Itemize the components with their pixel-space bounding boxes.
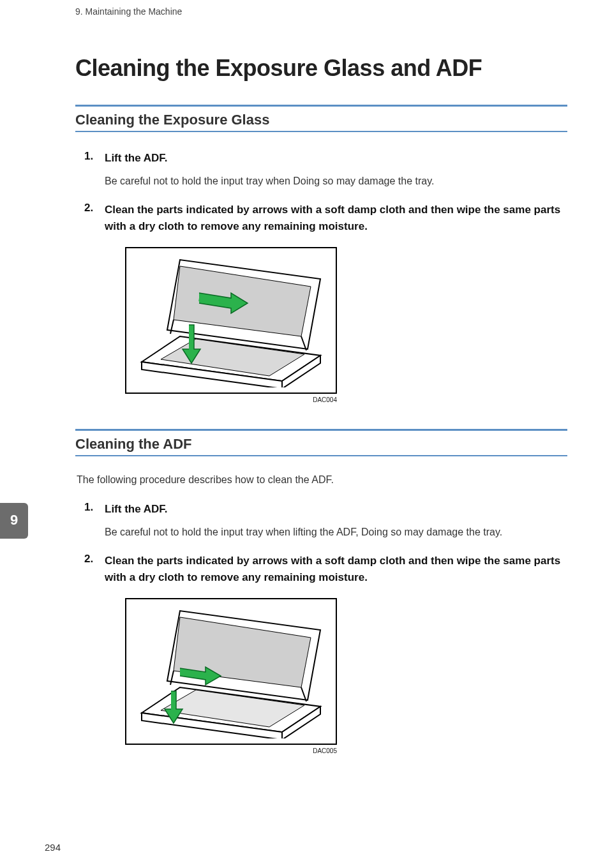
figure-caption: DAC005: [125, 747, 337, 754]
step-head: Clean the parts indicated by arrows with…: [105, 202, 567, 234]
section-rule: [75, 131, 567, 132]
section-rule: [75, 105, 567, 107]
section-rule: [75, 429, 567, 431]
step-list: Lift the ADF. Be careful not to hold the…: [84, 501, 567, 754]
figure-block: DAC004: [125, 247, 337, 403]
step-head: Lift the ADF.: [105, 501, 567, 518]
step-item: Lift the ADF. Be careful not to hold the…: [84, 150, 567, 189]
scanner-illustration-icon: [135, 253, 327, 387]
section-heading: Cleaning the ADF: [75, 436, 567, 453]
manual-page: 9. Maintaining the Machine Cleaning the …: [0, 0, 612, 868]
step-item: Clean the parts indicated by arrows with…: [84, 202, 567, 403]
figure-block: DAC005: [125, 598, 337, 754]
section-adf: Cleaning the ADF The following procedure…: [75, 429, 567, 754]
page-number: 294: [45, 842, 61, 853]
section-heading: Cleaning the Exposure Glass: [75, 112, 567, 128]
section-exposure-glass: Cleaning the Exposure Glass Lift the ADF…: [75, 105, 567, 403]
chapter-tab: 9: [0, 503, 28, 539]
figure-adf: [125, 598, 337, 745]
section-intro: The following procedure describes how to…: [77, 474, 567, 486]
section-rule: [75, 455, 567, 456]
step-item: Lift the ADF. Be careful not to hold the…: [84, 501, 567, 540]
step-head: Lift the ADF.: [105, 150, 567, 167]
step-item: Clean the parts indicated by arrows with…: [84, 553, 567, 754]
chapter-tab-number: 9: [10, 513, 18, 529]
figure-exposure-glass: [125, 247, 337, 394]
figure-caption: DAC004: [125, 396, 337, 403]
page-title: Cleaning the Exposure Glass and ADF: [75, 55, 567, 82]
step-head: Clean the parts indicated by arrows with…: [105, 553, 567, 585]
scanner-illustration-icon: [135, 604, 327, 738]
step-body: Be careful not to hold the input tray wh…: [105, 173, 567, 190]
running-head: 9. Maintaining the Machine: [75, 6, 567, 17]
step-body: Be careful not to hold the input tray wh…: [105, 524, 567, 541]
step-list: Lift the ADF. Be careful not to hold the…: [84, 150, 567, 403]
